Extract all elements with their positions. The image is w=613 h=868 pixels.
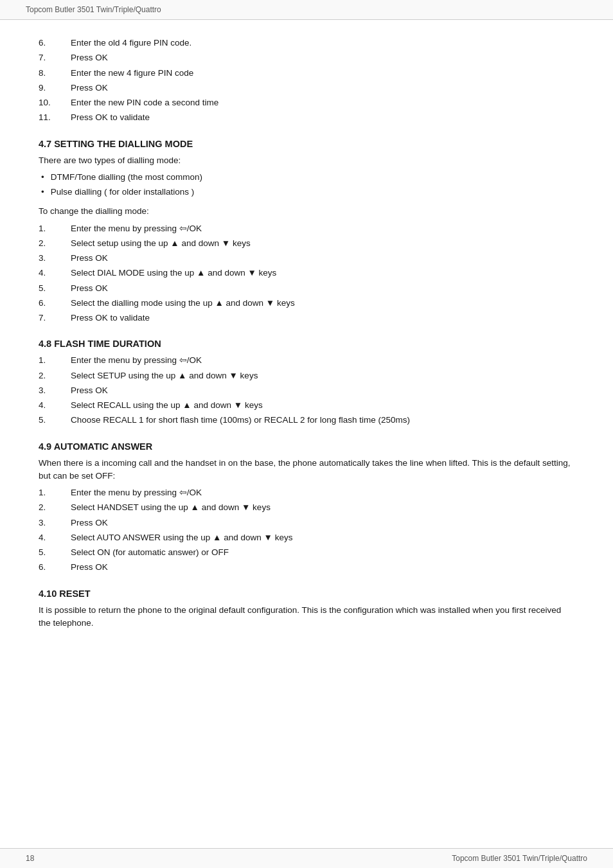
list-item: 5.Choose RECALL 1 for short flash time (… [39, 414, 574, 427]
list-item: 9.Press OK [39, 82, 574, 94]
list-item: 2.Select SETUP using the up ▲ and down ▼… [39, 369, 574, 382]
footer-bar: 18 Topcom Butler 3501 Twin/Triple/Quattr… [0, 848, 613, 868]
main-content: 6.Enter the old 4 figure PIN code. 7.Pre… [0, 20, 613, 672]
list-item: 4.Select DIAL MODE using the up ▲ and do… [39, 267, 574, 279]
section-47-bullets: DTMF/Tone dialling (the most common) Pul… [39, 171, 574, 199]
section-48-steps: 1.Enter the menu by pressing ⇦/OK 2.Sele… [39, 354, 574, 427]
header-bar: Topcom Butler 3501 Twin/Triple/Quattro [0, 0, 613, 20]
list-item: 1.Enter the menu by pressing ⇦/OK [39, 354, 574, 367]
list-item: 10.Enter the new PIN code a second time [39, 96, 574, 109]
section-49-intro: When there is a incoming call and the ha… [39, 457, 574, 483]
list-item: 11.Press OK to validate [39, 111, 574, 124]
page: Topcom Butler 3501 Twin/Triple/Quattro 6… [0, 0, 613, 868]
list-item: 3.Press OK [39, 252, 574, 265]
list-item: DTMF/Tone dialling (the most common) [39, 171, 574, 184]
list-item: 6.Press OK [39, 561, 574, 574]
section-410-intro: It is possible to return the phone to th… [39, 604, 574, 630]
section-47-intro: There are two types of dialling mode: [39, 154, 574, 167]
list-item: 4.Select AUTO ANSWER using the up ▲ and … [39, 531, 574, 544]
section-49-title: 4.9 AUTOMATIC ANSWER [39, 441, 574, 452]
list-item: 5.Press OK [39, 282, 574, 295]
header-title: Topcom Butler 3501 Twin/Triple/Quattro [26, 5, 161, 14]
section-47-title: 4.7 SETTING THE DIALLING MODE [39, 139, 574, 149]
section-49-steps: 1.Enter the menu by pressing ⇦/OK 2.Sele… [39, 486, 574, 574]
list-item: 7.Press OK [39, 51, 574, 64]
section-410-title: 4.10 RESET [39, 589, 574, 599]
list-item: 3.Press OK [39, 384, 574, 397]
list-item: 3.Press OK [39, 517, 574, 529]
list-item: 6.Select the dialling mode using the up … [39, 297, 574, 310]
list-item: 2.Select setup using the up ▲ and down ▼… [39, 237, 574, 250]
section-48-title: 4.8 FLASH TIME DURATION [39, 339, 574, 349]
footer-title: Topcom Butler 3501 Twin/Triple/Quattro [452, 854, 587, 863]
list-item: Pulse dialling ( for older installations… [39, 186, 574, 199]
list-item: 8.Enter the new 4 figure PIN code [39, 67, 574, 80]
list-item: 7.Press OK to validate [39, 312, 574, 324]
intro-numbered-list: 6.Enter the old 4 figure PIN code. 7.Pre… [39, 37, 574, 125]
list-item: 5.Select ON (for automatic answer) or OF… [39, 546, 574, 559]
list-item: 6.Enter the old 4 figure PIN code. [39, 37, 574, 49]
section-47-change-intro: To change the dialling mode: [39, 205, 574, 218]
list-item: 1.Enter the menu by pressing ⇦/OK [39, 486, 574, 499]
list-item: 2.Select HANDSET using the up ▲ and down… [39, 501, 574, 514]
list-item: 4.Select RECALL using the up ▲ and down … [39, 399, 574, 412]
list-item: 1.Enter the menu by pressing ⇦/OK [39, 222, 574, 235]
section-47-steps: 1.Enter the menu by pressing ⇦/OK 2.Sele… [39, 222, 574, 325]
footer-page-number: 18 [26, 854, 34, 863]
